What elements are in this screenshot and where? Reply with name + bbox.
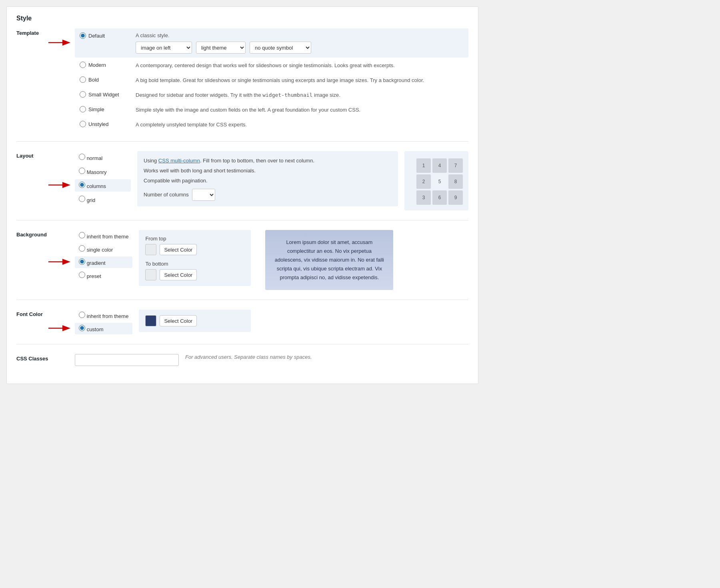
template-row: Template xyxy=(16,28,468,132)
from-top-picker: Select Color xyxy=(145,244,244,255)
font-select-color-btn[interactable]: Select Color xyxy=(160,315,197,326)
preview-text: Lorem ipsum dolor sit amet, accusam comp… xyxy=(275,239,384,280)
font-inherit-radio[interactable] xyxy=(79,312,85,318)
simple-description: Simple style with the image and custom f… xyxy=(136,106,464,113)
default-desc-area: A classic style. image on left image on … xyxy=(136,32,464,54)
font-inherit-option: inherit from theme xyxy=(75,310,132,321)
background-preview-area: Lorem ipsum dolor sit amet, accusam comp… xyxy=(265,230,393,290)
theme-select[interactable]: light theme dark theme xyxy=(196,42,246,54)
template-default-label[interactable]: Default xyxy=(80,32,136,39)
grid-cell-4: 4 xyxy=(432,158,447,173)
bg-option-preset: preset xyxy=(75,270,132,281)
background-section: Background inherit from theme single col… xyxy=(16,230,468,300)
template-default-radio[interactable] xyxy=(80,32,86,39)
layout-columns-label[interactable]: columns xyxy=(79,182,106,189)
grid-cell-2: 2 xyxy=(416,174,431,189)
arrow-default xyxy=(48,39,72,46)
layout-label: Layout xyxy=(16,151,68,159)
bg-option-single: single color xyxy=(75,243,132,255)
css-classes-hint: For advanced users. Separate class names… xyxy=(185,354,312,360)
arrow-fontcolor xyxy=(48,324,72,332)
bg-single-label[interactable]: single color xyxy=(79,245,113,253)
layout-grid-radio[interactable] xyxy=(79,196,85,202)
from-top-swatch[interactable] xyxy=(145,244,156,255)
layout-masonry-label[interactable]: Masonry xyxy=(79,168,106,175)
columns-count-select[interactable]: 1 2 3 4 5 xyxy=(192,189,215,201)
template-option-small-widget: Small Widget Designed for sidebar and fo… xyxy=(75,87,468,102)
background-preview: Lorem ipsum dolor sit amet, accusam comp… xyxy=(265,230,393,290)
css-classes-input[interactable] xyxy=(75,354,179,366)
layout-grid-label[interactable]: grid xyxy=(79,196,95,203)
color-controls-box: From top Select Color To bottom Select C… xyxy=(139,230,251,286)
page-title: Style xyxy=(16,15,468,22)
default-description: A classic style. xyxy=(136,32,464,38)
to-bottom-select-color-btn[interactable]: Select Color xyxy=(160,269,197,280)
to-bottom-swatch[interactable] xyxy=(145,269,156,280)
template-bold-radio[interactable] xyxy=(80,76,86,83)
font-color-options-list: inherit from theme xyxy=(75,310,132,334)
template-options-container: Default A classic style. image on left i… xyxy=(75,28,468,132)
arrow-gradient xyxy=(48,258,72,265)
template-modern-label[interactable]: Modern xyxy=(80,62,136,68)
layout-row: Layout normal Masonry xyxy=(16,151,468,210)
font-color-controls-box: Select Color xyxy=(139,310,251,332)
font-custom-label[interactable]: custom xyxy=(79,325,104,332)
font-color-label: Font Color xyxy=(16,310,68,317)
modern-description: A contemporary, centered design that wor… xyxy=(136,62,464,68)
bg-inherit-label[interactable]: inherit from theme xyxy=(79,232,128,240)
grid-cell-8: 8 xyxy=(448,174,463,189)
css-multicolumn-link[interactable]: CSS multi-column xyxy=(158,158,200,164)
layout-option-grid: grid xyxy=(75,193,131,206)
layout-option-masonry: Masonry xyxy=(75,165,131,178)
bg-gradient-label[interactable]: gradient xyxy=(79,258,106,266)
template-option-unstyled: Unstyled A completely unstyled template … xyxy=(75,117,468,132)
bg-gradient-radio[interactable] xyxy=(79,258,85,265)
template-unstyled-label[interactable]: Unstyled xyxy=(80,121,136,127)
columns-grid: 1 4 7 2 5 8 3 6 9 xyxy=(416,158,463,205)
template-modern-radio[interactable] xyxy=(80,62,86,68)
template-label: Template xyxy=(16,28,68,36)
template-bold-label[interactable]: Bold xyxy=(80,76,136,83)
template-option-bold: Bold A big bold template. Great for slid… xyxy=(75,72,468,87)
small-widget-description: Designed for sidebar and footer widgets.… xyxy=(136,91,464,98)
background-label: Background xyxy=(16,230,68,238)
bg-single-radio[interactable] xyxy=(79,245,85,252)
font-custom-option: custom xyxy=(75,323,132,334)
columns-count-label: Number of columns xyxy=(144,191,189,199)
font-color-swatch[interactable] xyxy=(145,315,156,326)
bg-option-gradient: gradient xyxy=(75,256,132,268)
template-simple-label[interactable]: Simple xyxy=(80,106,136,112)
bold-description: A big bold template. Great for slideshow… xyxy=(136,76,464,83)
template-small-widget-label[interactable]: Small Widget xyxy=(80,91,136,98)
from-top-select-color-btn[interactable]: Select Color xyxy=(160,244,197,255)
layout-normal-radio[interactable] xyxy=(79,154,85,160)
template-small-widget-radio[interactable] xyxy=(80,91,86,98)
grid-cell-9: 9 xyxy=(448,190,463,205)
unstyled-description: A completely unstyled template for CSS e… xyxy=(136,121,464,128)
from-top-row: From top Select Color xyxy=(145,236,244,255)
template-unstyled-radio[interactable] xyxy=(80,121,86,127)
bg-preset-radio[interactable] xyxy=(79,272,85,278)
layout-masonry-radio[interactable] xyxy=(79,168,85,174)
font-color-section: Font Color inherit from theme xyxy=(16,310,468,344)
quote-select[interactable]: no quote symbol quote symbol large quote xyxy=(250,42,311,54)
background-row: Background inherit from theme single col… xyxy=(16,230,468,290)
bg-option-inherit: inherit from theme xyxy=(75,230,132,242)
font-inherit-label[interactable]: inherit from theme xyxy=(79,312,128,319)
layout-normal-label[interactable]: normal xyxy=(79,154,102,161)
template-option-simple: Simple Simple style with the image and c… xyxy=(75,102,468,117)
font-custom-radio[interactable] xyxy=(79,325,85,331)
grid-cell-6: 6 xyxy=(432,190,447,205)
font-color-picker: Select Color xyxy=(145,315,244,326)
layout-columns-radio[interactable] xyxy=(79,182,85,188)
css-classes-section: CSS Classes For advanced users. Separate… xyxy=(16,354,468,376)
bg-inherit-radio[interactable] xyxy=(79,232,85,238)
layout-section: Layout normal Masonry xyxy=(16,151,468,220)
layout-info-line3: Compatible with pagination. xyxy=(144,177,392,185)
template-options-list: Default A classic style. image on left i… xyxy=(75,28,468,132)
css-classes-row: CSS Classes For advanced users. Separate… xyxy=(16,354,468,366)
image-position-select[interactable]: image on left image on right image on to… xyxy=(136,42,192,54)
bg-preset-label[interactable]: preset xyxy=(79,272,101,279)
template-simple-radio[interactable] xyxy=(80,106,86,112)
layout-info-box: Using CSS multi-column. Fill from top to… xyxy=(137,151,398,206)
